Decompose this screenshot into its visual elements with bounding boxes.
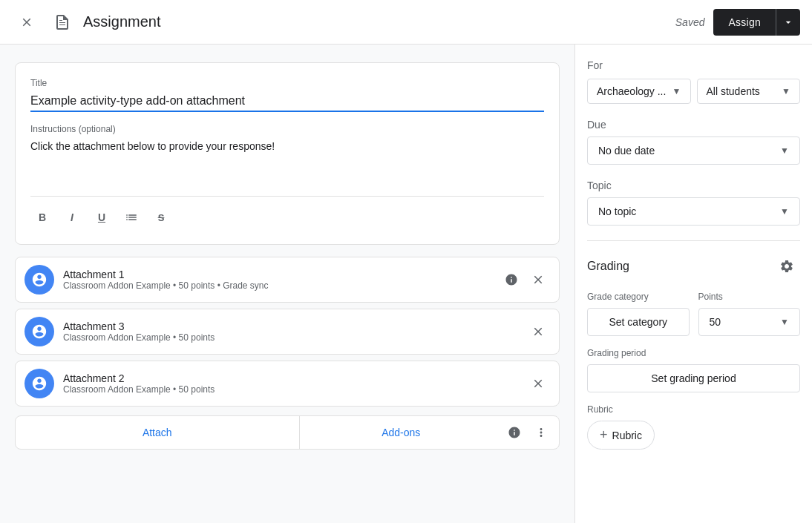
points-value: 50 xyxy=(710,316,721,328)
attachment-name-2: Attachment 2 xyxy=(63,372,517,384)
attachment-meta-2: Classroom Addon Example • 50 points xyxy=(63,384,517,395)
underline-button[interactable]: U xyxy=(90,205,114,229)
main-layout: Title Instructions (optional) Click the … xyxy=(0,45,812,523)
grade-category-col: Grade category Set category xyxy=(587,292,690,336)
rubric-section: Rubric + Rubric xyxy=(587,404,800,450)
attachment-info-3: Attachment 3 Classroom Addon Example • 5… xyxy=(63,320,517,343)
strikethrough-button[interactable]: S xyxy=(149,205,173,229)
points-dropdown[interactable]: 50 ▼ xyxy=(698,308,801,336)
list-button[interactable] xyxy=(119,205,143,229)
class-dropdown[interactable]: Archaeology ... ▼ xyxy=(587,79,691,104)
instructions-field-group: Instructions (optional) Click the attach… xyxy=(30,124,544,184)
addons-more-button[interactable] xyxy=(529,421,553,444)
plus-icon: + xyxy=(600,427,608,443)
title-label: Title xyxy=(30,78,544,88)
due-label: Due xyxy=(587,119,800,131)
table-row: Attachment 1 Classroom Addon Example • 5… xyxy=(15,257,560,303)
addons-button[interactable]: Add-ons xyxy=(300,416,503,449)
class-dropdown-value: Archaeology ... xyxy=(597,85,666,97)
instructions-label: Instructions (optional) xyxy=(30,124,544,134)
attachment-name-1: Attachment 1 xyxy=(63,269,491,280)
attachment-actions-1 xyxy=(500,268,550,292)
instructions-input[interactable]: Click the attachment below to provide yo… xyxy=(30,137,544,182)
attachment-info-button-1[interactable] xyxy=(500,268,523,292)
topic-dropdown[interactable]: No topic ▼ xyxy=(587,197,800,226)
points-col: Points 50 ▼ xyxy=(698,292,801,336)
students-dropdown-value: All students xyxy=(707,85,760,97)
attachment-info-1: Attachment 1 Classroom Addon Example • 5… xyxy=(63,269,491,291)
left-panel: Title Instructions (optional) Click the … xyxy=(0,45,574,523)
dropdown-row: Archaeology ... ▼ All students ▼ xyxy=(587,79,800,104)
table-row: Attachment 3 Classroom Addon Example • 5… xyxy=(15,309,560,355)
grade-category-label: Grade category xyxy=(587,292,690,302)
due-section: Due No due date ▼ xyxy=(587,119,800,165)
attachment-remove-button-1[interactable] xyxy=(526,268,550,292)
title-input[interactable] xyxy=(30,91,544,112)
attachment-icon-3 xyxy=(24,317,54,346)
saved-status: Saved xyxy=(675,16,705,28)
grade-category-row: Grade category Set category Points 50 ▼ xyxy=(587,292,800,336)
header-left: Assignment xyxy=(12,7,675,37)
rubric-label: Rubric xyxy=(587,404,800,415)
for-section: For Archaeology ... ▼ All students ▼ xyxy=(587,59,800,104)
set-grading-period-button[interactable]: Set grading period xyxy=(587,364,800,392)
assign-button[interactable]: Assign xyxy=(713,9,776,36)
grading-period-label: Grading period xyxy=(587,348,800,358)
attachment-actions-2 xyxy=(526,372,550,395)
set-category-button[interactable]: Set category xyxy=(587,308,690,336)
attachment-actions-3 xyxy=(526,320,550,343)
topic-dropdown-arrow-icon: ▼ xyxy=(780,206,789,217)
addons-info-button[interactable] xyxy=(502,421,526,444)
bold-button[interactable]: B xyxy=(30,205,54,229)
attachment-remove-button-2[interactable] xyxy=(526,372,550,395)
points-label: Points xyxy=(698,292,801,302)
title-field-group: Title xyxy=(30,78,544,112)
header: Assignment Saved Assign xyxy=(0,0,812,45)
grading-settings-button[interactable] xyxy=(773,253,800,280)
due-dropdown-arrow-icon: ▼ xyxy=(780,145,789,156)
bottom-bar: Attach Add-ons xyxy=(15,415,560,450)
students-dropdown-arrow-icon: ▼ xyxy=(782,86,790,96)
for-label: For xyxy=(587,59,800,71)
add-rubric-label: Rubric xyxy=(612,430,642,441)
points-dropdown-arrow-icon: ▼ xyxy=(780,317,789,327)
attachment-icon-1 xyxy=(24,265,54,295)
add-rubric-button[interactable]: + Rubric xyxy=(587,421,655,450)
attachment-meta-1: Classroom Addon Example • 50 points • Gr… xyxy=(63,280,491,291)
topic-section: Topic No topic ▼ xyxy=(587,180,800,226)
students-dropdown[interactable]: All students ▼ xyxy=(697,79,801,104)
page-title: Assignment xyxy=(83,13,161,30)
attachment-info-2: Attachment 2 Classroom Addon Example • 5… xyxy=(63,372,517,395)
right-panel: For Archaeology ... ▼ All students ▼ Due… xyxy=(574,45,812,523)
due-dropdown[interactable]: No due date ▼ xyxy=(587,136,800,165)
attachment-meta-3: Classroom Addon Example • 50 points xyxy=(63,332,517,343)
divider xyxy=(30,196,544,197)
attach-button[interactable]: Attach xyxy=(16,416,299,449)
attachment-list: Attachment 1 Classroom Addon Example • 5… xyxy=(15,257,560,407)
close-button[interactable] xyxy=(12,7,42,37)
attachment-remove-button-3[interactable] xyxy=(526,320,550,343)
due-dropdown-value: No due date xyxy=(598,145,655,157)
separator xyxy=(587,240,800,241)
attachment-name-3: Attachment 3 xyxy=(63,320,517,332)
doc-icon xyxy=(50,10,74,34)
italic-button[interactable]: I xyxy=(60,205,84,229)
table-row: Attachment 2 Classroom Addon Example • 5… xyxy=(15,361,560,407)
grading-period-section: Grading period Set grading period xyxy=(587,348,800,404)
assign-btn-group: Assign xyxy=(713,9,800,36)
topic-dropdown-value: No topic xyxy=(598,205,636,217)
grading-header: Grading xyxy=(587,253,800,280)
header-right: Saved Assign xyxy=(675,9,800,36)
grading-title: Grading xyxy=(587,260,629,273)
assign-dropdown-button[interactable] xyxy=(776,9,800,36)
attachment-icon-2 xyxy=(24,369,54,398)
assignment-card: Title Instructions (optional) Click the … xyxy=(15,62,560,245)
class-dropdown-arrow-icon: ▼ xyxy=(672,86,681,96)
text-toolbar: B I U S xyxy=(30,205,544,229)
topic-label: Topic xyxy=(587,180,800,191)
